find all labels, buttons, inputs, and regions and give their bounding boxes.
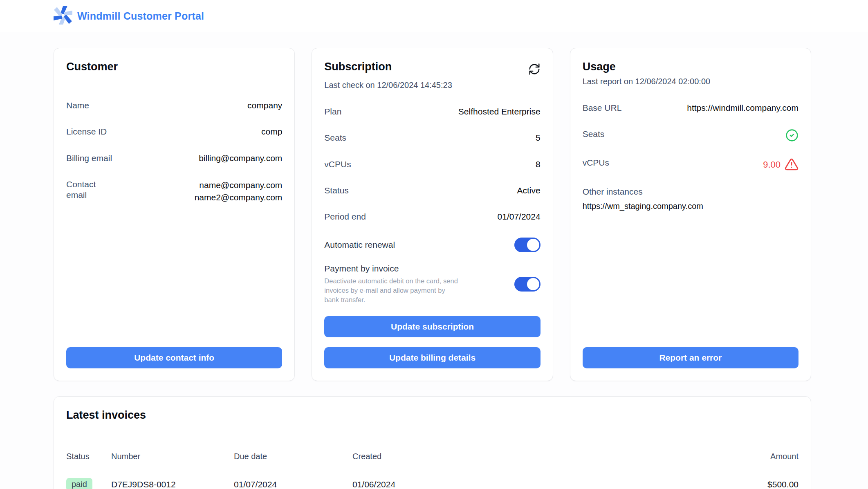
- base-url-value: https://windmill.company.com: [687, 103, 798, 113]
- vcpus-label: vCPUs: [324, 159, 351, 170]
- invoice-row: paid D7EJ9DS8-0012 01/07/2024 01/06/2024…: [66, 476, 798, 489]
- subscription-card: Subscription Last check on 12/06/2024 14…: [312, 48, 553, 381]
- automatic-renewal-label: Automatic renewal: [324, 240, 395, 250]
- payment-by-invoice-toggle[interactable]: [514, 277, 541, 292]
- invoice-created: 01/06/2024: [352, 480, 741, 489]
- customer-details: Name company License ID comp Billing ema…: [66, 100, 282, 220]
- contact-email-row: Contact email name@company.com name2@com…: [66, 179, 282, 204]
- customer-card: Customer Name company License ID comp Bi…: [54, 48, 295, 381]
- contact-email-1: name@company.com: [199, 180, 282, 190]
- license-id-value: comp: [261, 126, 282, 137]
- report-an-error-button[interactable]: Report an error: [583, 347, 798, 368]
- app-header: Windmill Customer Portal: [0, 0, 868, 32]
- subscription-last-check: Last check on 12/06/2024 14:45:23: [324, 81, 540, 90]
- usage-details: Base URL https://windmill.company.com Se…: [583, 103, 798, 211]
- other-instances-label: Other instances: [583, 187, 643, 196]
- app-title: Windmill Customer Portal: [77, 10, 204, 22]
- plan-label: Plan: [324, 106, 341, 117]
- seats-value: 5: [536, 132, 541, 143]
- invoices-table-header: Status Number Due date Created Amount: [66, 452, 798, 461]
- contact-email-2: name2@company.com: [195, 193, 283, 202]
- latest-invoices-title: Latest invoices: [66, 409, 798, 422]
- usage-vcpus-label: vCPUs: [583, 157, 609, 168]
- seats-row: Seats 5: [324, 132, 540, 143]
- payment-by-invoice-description: Deactivate automatic debit on the card, …: [324, 276, 460, 304]
- base-url-row: Base URL https://windmill.company.com: [583, 103, 798, 113]
- period-end-value: 01/07/2024: [498, 211, 541, 222]
- contact-email-value: name@company.com name2@company.com: [195, 179, 283, 204]
- summary-cards: Customer Name company License ID comp Bi…: [54, 48, 811, 381]
- invoice-due-date: 01/07/2024: [234, 480, 352, 489]
- billing-email-label: Billing email: [66, 153, 112, 164]
- status-value: Active: [517, 185, 540, 196]
- status-label: Status: [324, 185, 349, 196]
- other-instances-value: https://wm_staging.company.com: [583, 202, 798, 211]
- automatic-renewal-row: Automatic renewal: [324, 238, 540, 252]
- update-subscription-button[interactable]: Update subscription: [324, 316, 540, 337]
- invoice-amount: $500.00: [741, 480, 798, 489]
- customer-name-value: company: [247, 100, 282, 111]
- col-number: Number: [111, 452, 234, 461]
- payment-by-invoice-text: Payment by invoice Deactivate automatic …: [324, 264, 460, 304]
- subscription-details: Plan Selfhosted Enterprise Seats 5 vCPUs…: [324, 106, 540, 316]
- subscription-card-title: Subscription: [324, 61, 392, 73]
- period-end-row: Period end 01/07/2024: [324, 211, 540, 222]
- refresh-icon: [528, 70, 541, 76]
- usage-seats-label: Seats: [583, 129, 605, 139]
- status-badge: paid: [66, 478, 92, 489]
- plan-row: Plan Selfhosted Enterprise: [324, 106, 540, 117]
- update-billing-details-button[interactable]: Update billing details: [324, 347, 540, 368]
- customer-name-row: Name company: [66, 100, 282, 111]
- vcpus-row: vCPUs 8: [324, 159, 540, 170]
- automatic-renewal-toggle[interactable]: [514, 238, 541, 252]
- latest-invoices-card: Latest invoices Status Number Due date C…: [54, 396, 811, 489]
- usage-card: Usage Last report on 12/06/2024 02:00:00…: [570, 48, 811, 381]
- payment-by-invoice-row: Payment by invoice Deactivate automatic …: [324, 264, 540, 304]
- col-amount: Amount: [741, 452, 798, 461]
- invoices-table: Status Number Due date Created Amount pa…: [66, 452, 798, 489]
- usage-last-report: Last report on 12/06/2024 02:00:00: [583, 77, 798, 86]
- check-circle-icon: [785, 129, 798, 142]
- vcpus-value: 8: [536, 159, 541, 170]
- col-created: Created: [352, 452, 741, 461]
- license-id-label: License ID: [66, 126, 107, 137]
- customer-name-label: Name: [66, 100, 89, 111]
- update-contact-info-button[interactable]: Update contact info: [66, 347, 282, 368]
- refresh-subscription-button[interactable]: [527, 61, 542, 77]
- main-content: Customer Name company License ID comp Bi…: [0, 32, 868, 489]
- invoice-number: D7EJ9DS8-0012: [111, 480, 234, 489]
- base-url-label: Base URL: [583, 103, 622, 113]
- brand: Windmill Customer Portal: [54, 6, 204, 26]
- plan-value: Selfhosted Enterprise: [458, 106, 541, 117]
- usage-vcpus-value: 9.00: [763, 159, 781, 170]
- usage-vcpus-row: vCPUs 9.00: [583, 157, 798, 171]
- contact-email-label: Contact email: [66, 179, 111, 201]
- windmill-logo-icon: [54, 6, 72, 26]
- billing-email-row: Billing email billing@company.com: [66, 153, 282, 164]
- billing-email-value: billing@company.com: [199, 153, 282, 164]
- col-status: Status: [66, 452, 111, 461]
- usage-card-title: Usage: [583, 61, 798, 73]
- warning-triangle-icon: [785, 157, 798, 171]
- customer-card-title: Customer: [66, 61, 282, 73]
- other-instances-block: Other instances https://wm_staging.compa…: [583, 187, 798, 211]
- payment-by-invoice-label: Payment by invoice: [324, 264, 399, 273]
- seats-label: Seats: [324, 132, 346, 143]
- usage-vcpus-value-wrap: 9.00: [763, 157, 798, 171]
- usage-seats-row: Seats: [583, 129, 798, 142]
- status-row: Status Active: [324, 185, 540, 196]
- col-due-date: Due date: [234, 452, 352, 461]
- license-id-row: License ID comp: [66, 126, 282, 137]
- period-end-label: Period end: [324, 211, 366, 222]
